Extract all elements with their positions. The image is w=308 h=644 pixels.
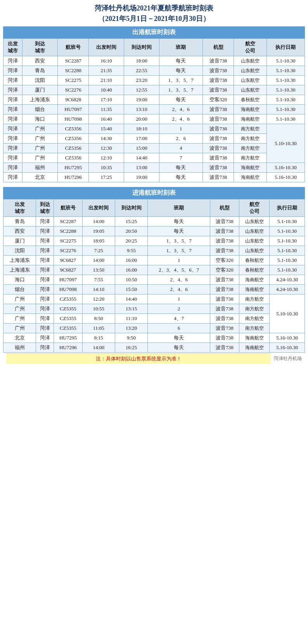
table-row: 菏泽沈阳SC227521:1023:201、3、5、7波音738山东航空5.1-… bbox=[3, 76, 305, 85]
title-line2: （2021年5月1日－2021年10月30日） bbox=[3, 14, 305, 24]
table-row: 青岛菏泽SC228714:0015:25每天波音738山东航空5.1-10.30 bbox=[3, 217, 305, 227]
title-line1: 菏泽牡丹机场2021年夏航季航班时刻表 bbox=[3, 3, 305, 14]
page: 菏泽牡丹机场2021年夏航季航班时刻表 （2021年5月1日－2021年10月3… bbox=[0, 0, 308, 368]
section-spacer bbox=[3, 182, 305, 187]
table-row: 菏泽广州CZ535614:3017:002、6波音738南方航空 bbox=[3, 134, 305, 144]
col-aircraft2: 机型 bbox=[210, 199, 239, 217]
table-row: 西安菏泽SC228819:0520:50每天波音738山东航空5.1-10.30 bbox=[3, 227, 305, 236]
departure-table: 出发城市 到达城市 航班号 出发时间 到达时间 班期 机型 航空公司 执行日期 … bbox=[3, 38, 305, 182]
table-row: 菏泽西安SC228716:1018:00每天波音738山东航空5.1-10.30 bbox=[3, 56, 305, 66]
bottom-bar: 注：具体时刻以山售票系统显示为准！ 菏泽牡丹机场 bbox=[3, 353, 305, 365]
table-row: 上海浦东菏泽9C682714:0016:001空客320春秋航空5.1-10.3… bbox=[3, 256, 305, 265]
table-row: 菏泽广州CZ535612:3015:004波音738南方航空 bbox=[3, 144, 305, 153]
main-title: 菏泽牡丹机场2021年夏航季航班时刻表 （2021年5月1日－2021年10月3… bbox=[3, 3, 305, 24]
departure-section-header: 出港航班时刻表 bbox=[3, 26, 305, 38]
table-row: 菏泽北京HU729617:2519:00每天波音738海南航空5.16-10.3… bbox=[3, 173, 305, 182]
table-row: 广州菏泽CZ535512:2014:401波音738南方航空5.10-10.30 bbox=[3, 294, 305, 304]
table-row: 菏泽福州HU729510:3513:00每天波音738海南航空5.16-10.3… bbox=[3, 163, 305, 173]
col-depart-city: 出发城市 bbox=[3, 39, 22, 56]
table-row: 菏泽厦门SC227610:4012:551、3、5、7波音738山东航空5.1-… bbox=[3, 85, 305, 95]
table-row: 广州菏泽CZ53558:5011:104、7波音738南方航空 bbox=[3, 314, 305, 324]
col-schedule: 班期 bbox=[159, 39, 202, 56]
departure-header-row: 出发城市 到达城市 航班号 出发时间 到达时间 班期 机型 航空公司 执行日期 bbox=[3, 39, 305, 56]
table-row: 菏泽海口HU709816:4020:002、4、6波音738海南航空5.1-10… bbox=[3, 114, 305, 124]
table-row: 菏泽广州CZ535612:1014:407波音738南方航空 bbox=[3, 153, 305, 163]
table-row: 菏泽广州CZ535615:4018:101波音738南方航空5.10-10.30 bbox=[3, 124, 305, 134]
arrival-header-row: 出发城市 到达城市 航班号 出发时间 到达时间 班期 机型 航空公司 执行日期 bbox=[3, 199, 305, 217]
table-row: 海口菏泽HU70977:5510:502、4、6波音738海南航空4.24-10… bbox=[3, 275, 305, 285]
table-row: 广州菏泽CZ535510:5513:152波音738南方航空 bbox=[3, 304, 305, 314]
table-row: 烟台菏泽HU709814:1015:502、4、6波音738海南航空4.24-1… bbox=[3, 285, 305, 294]
col-arrive-city: 到达城市 bbox=[22, 39, 58, 56]
table-row: 菏泽上海浦东9C682817:1019:00每天空客320春秋航空5.1-10.… bbox=[3, 95, 305, 105]
col-arrive-time2: 到达时间 bbox=[115, 199, 147, 217]
col-depart-time: 出发时间 bbox=[88, 39, 124, 56]
table-row: 福州菏泽HU729614:0016:25每天波音738海南航空5.16-10.3… bbox=[3, 343, 305, 353]
col-exec-date2: 执行日期 bbox=[270, 199, 305, 217]
arrival-section-header: 进港航班时刻表 bbox=[3, 187, 305, 199]
table-row: 菏泽青岛SC228821:3522:55每天波音738山东航空5.1-10.30 bbox=[3, 66, 305, 76]
col-airline: 航空公司 bbox=[234, 39, 267, 56]
table-row: 广州菏泽CZ535511:0513:206波音738南方航空 bbox=[3, 324, 305, 333]
col-schedule2: 班期 bbox=[148, 199, 210, 217]
note-text: 注：具体时刻以山售票系统显示为准！ bbox=[6, 353, 271, 364]
table-row: 上海浦东菏泽9C682713:5016:002、3、4、5、6、7空客320春秋… bbox=[3, 265, 305, 275]
table-row: 菏泽烟台HU709711:3513:102、4、6波音738海南航空5.1-10… bbox=[3, 105, 305, 114]
col-exec-date: 执行日期 bbox=[266, 39, 305, 56]
table-row: 厦门菏泽SC227518:0520:251、3、5、7波音738山东航空5.1-… bbox=[3, 236, 305, 246]
col-arrive-city2: 到达城市 bbox=[36, 199, 54, 217]
col-arrive-time: 到达时间 bbox=[124, 39, 159, 56]
col-depart-city2: 出发城市 bbox=[3, 199, 36, 217]
col-airline2: 航空公司 bbox=[239, 199, 269, 217]
col-depart-time2: 出发时间 bbox=[82, 199, 115, 217]
arrival-table: 出发城市 到达城市 航班号 出发时间 到达时间 班期 机型 航空公司 执行日期 … bbox=[3, 199, 305, 353]
col-aircraft: 机型 bbox=[202, 39, 234, 56]
watermark-text: 菏泽牡丹机场 bbox=[274, 355, 302, 362]
col-flight-no: 航班号 bbox=[58, 39, 88, 56]
col-flight-no2: 航班号 bbox=[54, 199, 83, 217]
table-row: 沈阳菏泽SC22767:259:551、3、5、7波音738山东航空5.1-10… bbox=[3, 246, 305, 256]
table-row: 北京菏泽HU72958:159:50每天波音738海南航空5.16-10.30 bbox=[3, 333, 305, 343]
